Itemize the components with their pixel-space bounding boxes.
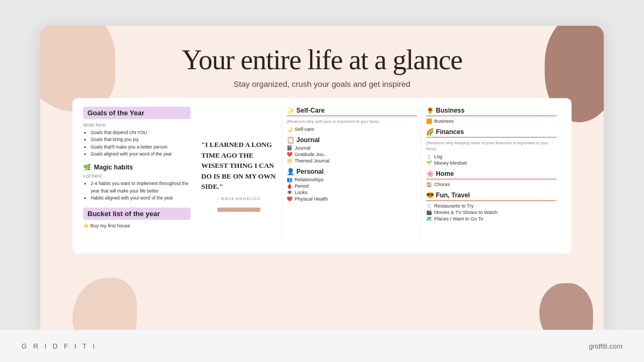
quote-text: "I LEARNED A LONG TIME AGO THE WISEST TH… (201, 139, 276, 192)
bucket-item: ⭐ Buy my first house (83, 223, 191, 228)
goals-write: Write here: (83, 122, 191, 128)
restaurants-item: 🍴 Restaurants to Try (426, 203, 557, 209)
goals-list: Goals that depend ON YOU Goals that brin… (83, 129, 191, 158)
journal-header: 📋 Journal (287, 136, 417, 144)
list-item: Habits aligned with your word of the yea… (91, 195, 191, 202)
list-item: Goals that bring you joy (91, 136, 191, 144)
selfcare-item-icon: 🌙 (287, 127, 292, 132)
chores-item: 🏠 Chores (426, 182, 557, 187)
magic-list: 2-4 habits you want to implement through… (83, 180, 191, 202)
gratitude-item: ❤️ Gratitude Jou... (287, 152, 417, 157)
business-header: 🌻 Business (426, 107, 557, 116)
movies-item: 🎬 Movies & TV Shows to Watch (426, 210, 557, 215)
business-item: 🟧 Business (426, 119, 557, 124)
list-item: Goals aligned with your word of the year (91, 151, 191, 158)
card-header: Your entire life at a glance Stay organi… (40, 26, 604, 98)
card-title: Your entire life at a glance (40, 45, 604, 75)
goals-title: Goals of the Year (83, 107, 191, 119)
brand-url: gridfiti.com (589, 342, 623, 350)
places-item: 🗺️ Places I Want to Go To (426, 216, 557, 221)
main-card: Your entire life at a glance Stay organi… (40, 26, 604, 337)
money-mindset-item: 🌱 Money Mindset (426, 160, 557, 166)
selfcare-title: ✨ Self-Care (287, 107, 325, 114)
card-subtitle: Stay organized, crush your goals and get… (40, 79, 604, 88)
finances-header: 🌈 Finances (426, 128, 557, 138)
themed-journal-item: 🔆 Themed Journal (287, 158, 417, 164)
list-item: 2-4 habits you want to implement through… (91, 180, 191, 195)
finances-desc: (Reasons why keeping track of your finan… (426, 140, 557, 152)
page-wrapper: Your entire life at a glance Stay organi… (0, 0, 644, 362)
selfcare-desc: (Reasons why self-care is important to y… (287, 119, 417, 124)
bucket-title: Bucket list of the year (83, 208, 191, 220)
selfcare-item: 🌙 Self-care (287, 127, 417, 132)
relationships-item: 👥 Relationships (287, 177, 417, 182)
journal-item: 📓 Journal (287, 145, 417, 151)
quote-column: "I LEARNED A LONG TIME AGO THE WISEST TH… (196, 107, 282, 245)
personal-header: 👤 Personal (287, 168, 417, 175)
physical-health-item: ❤️ Physical Health (287, 196, 417, 202)
log-item: 🕯️ Log (426, 154, 557, 159)
fun-travel-header: 😎 Fun, Travel (426, 191, 557, 201)
selfcare-header: ✨ Self-Care (287, 107, 417, 116)
brand-label: G R I D F I T I (21, 342, 97, 350)
home-header: 🌸 Home (426, 170, 557, 180)
selfcare-column: ✨ Self-Care (Reasons why self-care is im… (282, 107, 421, 245)
looks-item: 👁️ Looks (287, 190, 417, 195)
blob-bottom-right (539, 283, 593, 337)
blob-bottom-left (72, 278, 137, 337)
magic-list-here: List here: (83, 173, 191, 179)
quote-bar (217, 208, 260, 212)
left-column: Goals of the Year Write here: Goals that… (83, 107, 196, 245)
magic-title: 🌿 Magic habits (83, 164, 191, 171)
magic-icon: 🌿 (83, 164, 91, 171)
content-panel: Goals of the Year Write here: Goals that… (72, 98, 572, 254)
bottom-bar: G R I D F I T I gridfiti.com (0, 330, 644, 362)
quote-attribution: - MAYA ANGELOU (217, 196, 261, 201)
list-item: Goals that depend ON YOU (91, 129, 191, 137)
business-column: 🌻 Business 🟧 Business 🌈 Finances (Reason… (421, 107, 561, 245)
period-item: 🩸 Period (287, 183, 417, 189)
list-item: Goals that'll make you a better person (91, 144, 191, 151)
